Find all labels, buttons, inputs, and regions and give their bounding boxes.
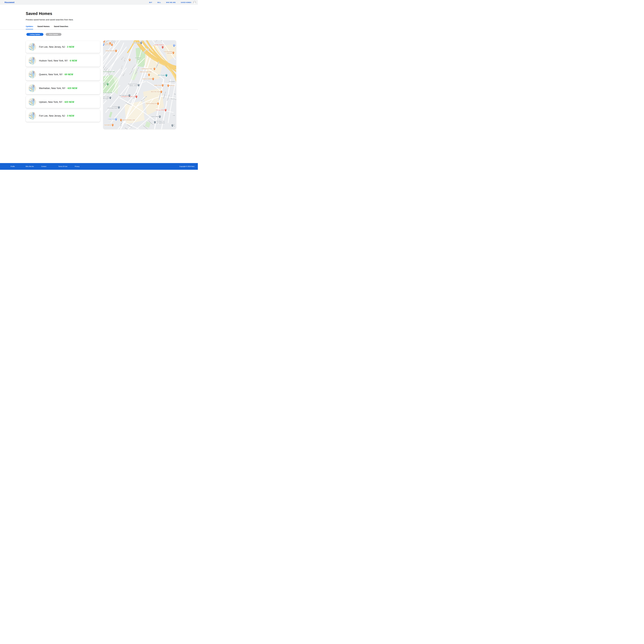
new-listings-count: 420 NEW <box>67 87 77 90</box>
update-card-text: Uptown, New York, NY · 420 NEW <box>39 101 74 103</box>
map-thumbnail <box>28 71 36 78</box>
update-location: Queens, New York, NY <box>39 73 63 76</box>
map-poi-label: Lee Apartments <box>156 122 165 124</box>
map-thumbnail <box>28 43 36 51</box>
footer-link-contact[interactable]: Contact <box>41 166 46 167</box>
new-listings-count: 3 NEW <box>67 115 74 117</box>
map-poi-label: Community Church <box>107 107 118 109</box>
map-poi-label: The Modern <box>169 81 175 82</box>
map-poi-label: Ce <box>173 124 175 125</box>
update-location: Fort Lee, New Jersey, NJ <box>39 115 65 117</box>
separator-dot: · <box>65 87 67 90</box>
footer-copyright: Copyright © 2024 Nest. <box>179 166 195 167</box>
page-title: Saved Homes <box>26 11 52 16</box>
header-nav: BUYSELLWHO WE ARESAVED HOMES <box>149 2 191 3</box>
update-card[interactable]: Fort Lee, New Jersey, NJ · 3 NEW <box>26 110 100 122</box>
map-poi-label: D <box>175 45 176 46</box>
header-nav-who-we-are[interactable]: WHO WE ARE <box>166 2 176 3</box>
svg-text:H: H <box>162 46 163 48</box>
map-poi-label: Lewis F. Cole <box>103 96 109 97</box>
page-subtitle: Preview saved homes and saved searches f… <box>26 19 73 21</box>
map-poi-label: Catholic Church <box>129 85 138 86</box>
map-poi-label: Park <box>137 59 140 60</box>
header-nav-buy[interactable]: BUY <box>149 2 152 3</box>
footer-link-who-we-are[interactable]: Who We Are <box>26 166 34 167</box>
separator-dot: · <box>63 73 65 76</box>
tab-saved-homes[interactable]: Saved Homes <box>37 25 50 29</box>
separator-dot: · <box>68 59 70 62</box>
map-poi-label: JINN Ice Cream Rolls <box>140 71 152 73</box>
footer: ProfileWho We AreContactTerms Of UsePriv… <box>0 163 198 170</box>
update-card-text: Queens, New York, NY · 69 NEW <box>39 73 73 76</box>
new-listings-count: 69 NEW <box>65 73 73 76</box>
page: Housweet BUYSELLWHO WE ARESAVED HOMES Sa… <box>0 0 198 170</box>
map-poi-label: Tenafly Pediatrics <box>155 44 164 45</box>
header-nav-saved-homes[interactable]: SAVED HOMES <box>181 2 191 3</box>
update-card-text: Hudson Yard, New York, NY · 6 NEW <box>39 59 77 62</box>
map-poi-label: BCD Tofu House <box>151 91 160 92</box>
map-poi-label: No <box>173 125 175 127</box>
map-thumbnail <box>28 112 36 120</box>
update-location: Manhattan, New York, NY <box>39 87 65 90</box>
tab-bar: UpdatesSaved HomesSaved Searches <box>26 25 68 29</box>
separator-dot: · <box>62 101 64 103</box>
update-card[interactable]: Queens, New York, NY · 69 NEW <box>26 68 100 81</box>
map-poi-label: Atrium Palace <box>151 116 159 117</box>
map-poi-label: Kura Revolving <box>164 51 172 52</box>
update-location: Fort Lee, New Jersey, NJ <box>39 46 65 48</box>
new-listings-count: 6 NEW <box>70 59 77 62</box>
map-poi-label: Sushi Bar <box>167 52 172 54</box>
map-poi-label: IPIC Theaters <box>158 74 166 76</box>
update-card[interactable]: Fort Lee, New Jersey, NJ · 3 NEW <box>26 41 100 53</box>
footer-link-profile[interactable]: Profile <box>11 166 15 167</box>
map-panel[interactable]: Main StJonesSummit AveEllery AveEdwin Av… <box>103 40 176 129</box>
map-thumbnail <box>28 57 36 65</box>
map-poi-label: Constitution <box>135 57 142 58</box>
svg-text:H: H <box>136 96 137 97</box>
map-poi-label: Abco Mechanical <box>119 95 128 96</box>
footer-link-privacy[interactable]: Privacy <box>75 166 80 167</box>
separator-dot: · <box>65 115 67 117</box>
map-thumbnail <box>28 84 36 92</box>
map-poi-label: Gyeonghoeru <box>104 124 112 126</box>
new-listings-count: 420 NEW <box>64 101 74 103</box>
map-poi-label: Aquarius Seafood <box>142 78 152 79</box>
top-nav-bar: Housweet BUYSELLWHO WE ARESAVED HOMES <box>0 0 198 5</box>
update-card[interactable]: Uptown, New York, NY · 420 NEW <box>26 96 100 108</box>
map-poi-label: Soup Dumpling Plus <box>146 103 157 104</box>
filter-pill-listing-update[interactable]: Listing Update <box>26 33 43 36</box>
header-nav-sell[interactable]: SELL <box>157 2 161 3</box>
map-poi-label: Shabu House <box>154 84 162 86</box>
map-poi-label: Madonna Roman <box>128 83 138 85</box>
map-poi-label: Fort Lee Dog Park <box>103 92 112 93</box>
footer-link-terms-of-use[interactable]: Terms Of Use <box>58 166 67 167</box>
separator-dot: · <box>65 46 67 48</box>
route-9-shield: 9 <box>147 49 149 51</box>
update-filters: Listing UpdatePrice Update <box>26 33 61 36</box>
map-poi-label: Katsune Donkatsu Cafe <box>122 119 135 121</box>
housweet-logo[interactable]: Housweet <box>5 1 14 4</box>
map-poi-label: National <box>103 82 107 84</box>
tab-updates[interactable]: Updates <box>26 25 33 29</box>
map-poi-label: Gamja Tang Tang <box>105 50 115 51</box>
avatar[interactable] <box>193 1 196 4</box>
map-poi-label: (HONG BAN JANG… <box>142 68 153 69</box>
saved-search-update-list: Fort Lee, New Jersey, NJ · 3 NEWHudson Y… <box>26 41 100 124</box>
filter-pill-price-update[interactable]: Price Update <box>46 33 61 36</box>
map-thumbnail <box>28 98 36 106</box>
map-poi-label: Parker Plaza <box>133 42 140 44</box>
tab-saved-searches[interactable]: Saved Searches <box>54 25 68 29</box>
new-listings-count: 3 NEW <box>67 46 74 48</box>
map-poi-label: The Plaza, Fort <box>156 121 165 122</box>
map-poi-label: Middle School <box>103 98 109 99</box>
update-location: Hudson Yard, New York, NY <box>39 59 68 62</box>
map-poi-label: Gammeeok <box>105 44 111 45</box>
update-card-text: Manhattan, New York, NY · 420 NEW <box>39 87 77 90</box>
update-card[interactable]: Manhattan, New York, NY · 420 NEW <box>26 82 100 94</box>
map-poi-label: H Mart Fresh <box>108 118 115 120</box>
map-poi-label: Fort Lee Racquet Club <box>103 71 115 72</box>
map-poi-label: The <box>174 93 176 95</box>
update-card[interactable]: Hudson Yard, New York, NY · 6 NEW <box>26 55 100 67</box>
map-poi-label: League <box>103 84 107 85</box>
svg-text:9: 9 <box>148 49 148 50</box>
